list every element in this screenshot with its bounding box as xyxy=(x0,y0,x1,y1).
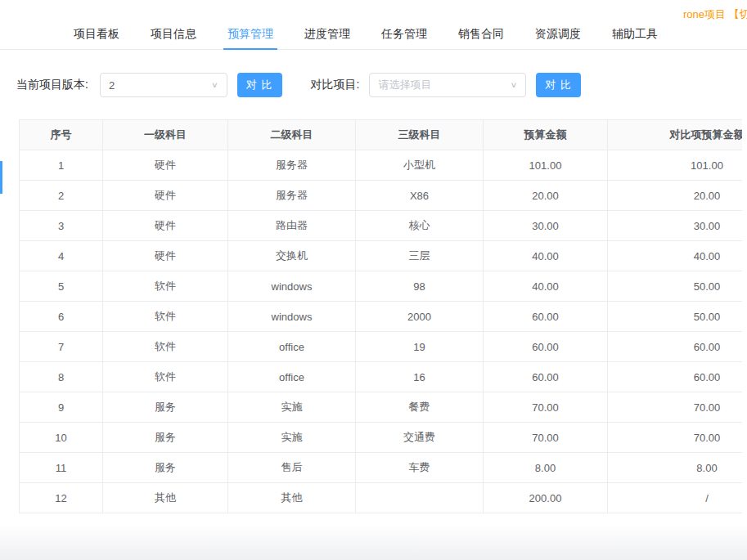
tab-project-board[interactable]: 项目看板 xyxy=(70,27,124,50)
table-cell: 服务 xyxy=(103,392,228,423)
table-cell: X86 xyxy=(356,181,484,211)
current-version-label: 当前项目版本: xyxy=(16,78,88,92)
budget-table-header: 序号一级科目二级科目三级科目预算金额对比项预算金额 xyxy=(20,120,743,150)
table-cell: 5 xyxy=(20,271,103,302)
table-cell: 19 xyxy=(356,332,484,362)
table-row: 5软件windows9840.0050.00 xyxy=(20,271,743,302)
table-cell: 50.00 xyxy=(608,302,743,332)
tab-progress-management[interactable]: 进度管理 xyxy=(300,27,354,50)
table-cell: 10 xyxy=(20,423,103,453)
table-row: 3硬件路由器核心30.0030.00 xyxy=(20,211,743,241)
table-cell: 200.00 xyxy=(484,483,608,513)
table-cell: 路由器 xyxy=(228,211,356,241)
tab-resource-dispatch[interactable]: 资源调度 xyxy=(531,27,585,50)
table-cell: 70.00 xyxy=(608,392,743,423)
table-cell: 三层 xyxy=(356,241,484,271)
table-cell: 硬件 xyxy=(103,241,228,271)
table-cell: 70.00 xyxy=(484,392,608,423)
table-cell: 40.00 xyxy=(608,241,743,271)
table-row: 4硬件交换机三层40.0040.00 xyxy=(20,241,743,271)
table-cell: 1 xyxy=(20,150,103,181)
table-cell: 交通费 xyxy=(356,423,484,453)
chevron-down-icon: ∨ xyxy=(511,81,518,89)
table-cell: 70.00 xyxy=(608,423,743,453)
table-cell: 硬件 xyxy=(103,211,228,241)
table-row: 7软件office1960.0060.00 xyxy=(20,332,743,362)
compare-toolbar: 当前项目版本: 2 ∨ 对 比 对比项目: 请选择项目 ∨ 对 比 xyxy=(16,73,747,97)
table-cell: 8 xyxy=(20,362,103,392)
table-cell: 20.00 xyxy=(608,181,743,211)
table-cell: windows xyxy=(228,271,356,302)
table-cell: 软件 xyxy=(103,302,228,332)
table-row: 9服务实施餐费70.0070.00 xyxy=(20,392,743,423)
table-row: 6软件windows200060.0050.00 xyxy=(20,302,743,332)
table-cell: 其他 xyxy=(228,483,356,513)
table-cell: 60.00 xyxy=(608,332,743,362)
table-cell: 软件 xyxy=(103,332,228,362)
table-cell: 101.00 xyxy=(608,150,743,181)
table-row: 2硬件服务器X8620.0020.00 xyxy=(20,181,743,211)
tab-auxiliary-tools[interactable]: 辅助工具 xyxy=(608,27,662,50)
table-cell: 服务器 xyxy=(228,150,356,181)
nav-tabs: 项目看板 项目信息 预算管理 进度管理 任务管理 销售合同 资源调度 辅助工具 xyxy=(0,25,747,50)
table-cell: 8.00 xyxy=(484,453,608,483)
version-select[interactable]: 2 ∨ xyxy=(100,73,227,97)
table-cell: office xyxy=(228,332,356,362)
column-header: 二级科目 xyxy=(228,120,356,150)
tab-sales-contract[interactable]: 销售合同 xyxy=(454,27,508,50)
table-cell: 12 xyxy=(20,483,103,513)
table-cell: 硬件 xyxy=(103,150,228,181)
table-cell: 16 xyxy=(356,362,484,392)
table-cell: / xyxy=(608,483,743,513)
table-cell: 交换机 xyxy=(228,241,356,271)
table-cell: 4 xyxy=(20,241,103,271)
table-cell: windows xyxy=(228,302,356,332)
table-row: 8软件office1660.0060.00 xyxy=(20,362,743,392)
header-row: 序号一级科目二级科目三级科目预算金额对比项预算金额 xyxy=(20,120,743,150)
table-cell: 车费 xyxy=(356,453,484,483)
table-cell xyxy=(356,483,484,513)
table-cell: 实施 xyxy=(228,423,356,453)
table-cell: 40.00 xyxy=(484,241,608,271)
table-cell: 软件 xyxy=(103,271,228,302)
column-header: 对比项预算金额 xyxy=(608,120,743,150)
table-cell: 6 xyxy=(20,302,103,332)
column-header: 预算金额 xyxy=(484,120,608,150)
table-row: 12其他其他200.00/ xyxy=(20,483,743,513)
table-cell: 服务 xyxy=(103,423,228,453)
table-cell: 小型机 xyxy=(356,150,484,181)
budget-table: 序号一级科目二级科目三级科目预算金额对比项预算金额 1硬件服务器小型机101.0… xyxy=(19,119,742,513)
table-cell: 20.00 xyxy=(484,181,608,211)
project-switch-link[interactable]: rone项目 【切换 xyxy=(683,7,747,22)
tab-project-info[interactable]: 项目信息 xyxy=(146,27,200,50)
table-cell: 3 xyxy=(20,211,103,241)
table-cell: 60.00 xyxy=(484,362,608,392)
compare-version-button[interactable]: 对 比 xyxy=(237,73,282,97)
tab-budget-management[interactable]: 预算管理 xyxy=(223,27,277,50)
table-cell: 50.00 xyxy=(608,271,743,302)
table-cell: 11 xyxy=(20,453,103,483)
table-cell: 核心 xyxy=(356,211,484,241)
table-cell: office xyxy=(228,362,356,392)
topbar: rone项目 【切换 xyxy=(0,0,747,25)
budget-table-container[interactable]: 序号一级科目二级科目三级科目预算金额对比项预算金额 1硬件服务器小型机101.0… xyxy=(19,119,742,513)
table-cell: 8.00 xyxy=(608,453,743,483)
table-cell: 硬件 xyxy=(103,181,228,211)
column-header: 一级科目 xyxy=(103,120,228,150)
table-cell: 7 xyxy=(20,332,103,362)
table-cell: 2 xyxy=(20,181,103,211)
compare-project-select[interactable]: 请选择项目 ∨ xyxy=(369,73,526,97)
table-cell: 30.00 xyxy=(484,211,608,241)
table-cell: 60.00 xyxy=(484,302,608,332)
table-cell: 98 xyxy=(356,271,484,302)
table-cell: 服务器 xyxy=(228,181,356,211)
table-cell: 30.00 xyxy=(608,211,743,241)
compare-project-button[interactable]: 对 比 xyxy=(536,73,581,97)
table-cell: 实施 xyxy=(228,392,356,423)
sidebar-collapse-handle[interactable] xyxy=(0,161,2,194)
table-row: 11服务售后车费8.008.00 xyxy=(20,453,743,483)
table-cell: 70.00 xyxy=(484,423,608,453)
compare-project-label: 对比项目: xyxy=(311,78,360,92)
tab-task-management[interactable]: 任务管理 xyxy=(377,27,431,50)
column-header: 三级科目 xyxy=(356,120,484,150)
